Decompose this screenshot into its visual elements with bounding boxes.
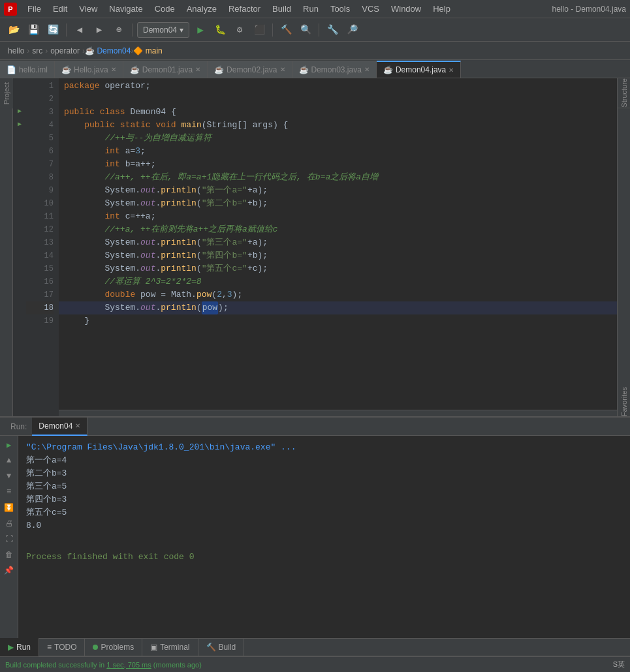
- bottom-tab-problems[interactable]: Problems: [85, 638, 142, 656]
- menu-vcs[interactable]: VCS: [356, 3, 385, 15]
- gutter-3[interactable]: ▶: [13, 104, 26, 117]
- toolbar-build-btn[interactable]: 🔨: [277, 22, 294, 38]
- menu-window[interactable]: Window: [386, 3, 426, 15]
- tab-demon02-close[interactable]: ✕: [280, 66, 285, 73]
- toolbar-save-btn[interactable]: 💾: [25, 22, 42, 38]
- run-play-btn[interactable]: ▶: [3, 438, 16, 451]
- menu-analyze[interactable]: Analyze: [181, 3, 222, 15]
- menu-file[interactable]: File: [22, 3, 46, 15]
- bottom-tab-terminal[interactable]: ▣ Terminal: [142, 638, 198, 656]
- bottom-tab-todo[interactable]: ≡ TODO: [39, 638, 85, 656]
- run-output-1: 第一个a=4: [26, 454, 622, 467]
- toolbar-sync-btn[interactable]: 🔄: [44, 22, 61, 38]
- code-line-12: //++a, ++在前则先将a++之后再将a赋值给c: [59, 223, 617, 236]
- gutter-13: [13, 235, 26, 248]
- toolbar-coverage-btn[interactable]: ⚙: [231, 22, 248, 38]
- line-num-19: 19: [26, 314, 54, 328]
- tab-demon02-java[interactable]: ☕ Demon02.java ✕: [208, 61, 292, 78]
- tab-hello-java[interactable]: ☕ Hello.java ✕: [55, 61, 123, 78]
- bottom-tab-terminal-label: Terminal: [160, 643, 189, 652]
- bottom-tab-build[interactable]: 🔨 Build: [198, 638, 245, 656]
- hello-java-icon: ☕: [61, 65, 71, 74]
- gutter-4[interactable]: ▶: [13, 117, 26, 130]
- code-editor[interactable]: package operator; public class Demon04 {…: [59, 78, 617, 416]
- structure-panel: [618, 108, 630, 387]
- code-line-15: System.out.println("第五个c="+c);: [59, 262, 617, 275]
- run-print-btn[interactable]: 🖨: [3, 517, 16, 530]
- demon04-icon: ☕: [383, 65, 393, 74]
- editor-section: Project ▶ ▶ 1 2 3: [0, 78, 630, 416]
- run-icon: ▶: [8, 643, 14, 652]
- run-trash-btn[interactable]: 🗑: [3, 548, 16, 561]
- tab-demon01-java[interactable]: ☕ Demon01.java ✕: [123, 61, 208, 78]
- run-content: ▶ ▲ ▼ ≡ ⏬ 🖨 ⛶ 🗑 📌 "C:\Program Files\Java…: [0, 436, 630, 638]
- tab-demon03-close[interactable]: ✕: [364, 66, 370, 73]
- tab-hello-java-close[interactable]: ✕: [111, 66, 116, 73]
- bottom-tab-problems-label: Problems: [101, 643, 134, 652]
- breadcrumb-hello[interactable]: hello: [5, 46, 27, 55]
- menu-navigate[interactable]: Navigate: [104, 3, 148, 15]
- breadcrumb: hello › src › operator › ☕ Demon04 › 🔶 m…: [0, 42, 630, 60]
- gutter-19: [13, 313, 26, 326]
- toolbar-search-btn[interactable]: 🔎: [343, 22, 360, 38]
- tab-demon01-close[interactable]: ✕: [195, 66, 200, 73]
- line-numbers: 1 2 3 4 5 6 7 8 9 10 11 12 13 14 15 16 1…: [26, 78, 59, 416]
- breadcrumb-demon04[interactable]: ☕ Demon04: [85, 46, 131, 55]
- run-down-btn[interactable]: ▼: [3, 470, 16, 483]
- favorites-label: Favorites: [618, 387, 630, 416]
- bottom-tab-run[interactable]: ▶ Run: [0, 638, 39, 656]
- menu-help[interactable]: Help: [428, 3, 456, 15]
- tab-demon03-java[interactable]: ☕ Demon03.java ✕: [292, 61, 377, 78]
- tab-demon02-label: Demon02.java: [227, 65, 277, 74]
- menu-run[interactable]: Run: [298, 3, 324, 15]
- tab-demon04-close[interactable]: ✕: [449, 67, 454, 74]
- gutter-17: [13, 287, 26, 300]
- menu-view[interactable]: View: [74, 3, 102, 15]
- gutter-9: [13, 183, 26, 196]
- run-pin-btn[interactable]: 📌: [3, 564, 16, 577]
- toolbar-forward-btn[interactable]: ▶: [91, 22, 108, 38]
- tab-hello-iml[interactable]: 📄 hello.iml: [0, 61, 55, 78]
- menu-edit[interactable]: Edit: [48, 3, 72, 15]
- gutter-1: [13, 78, 26, 91]
- gutter-11: [13, 209, 26, 222]
- breadcrumb-src[interactable]: src: [29, 46, 45, 55]
- toolbar-inspect-btn[interactable]: 🔍: [297, 22, 314, 38]
- toolbar-stop-btn[interactable]: ⬛: [251, 22, 268, 38]
- toolbar-back-btn[interactable]: ◀: [71, 22, 88, 38]
- toolbar-debug-btn[interactable]: 🐛: [212, 22, 228, 38]
- run-tab-close-icon[interactable]: ✕: [75, 422, 80, 429]
- menu-build[interactable]: Build: [267, 3, 296, 15]
- toolbar-run-btn[interactable]: ▶: [192, 22, 209, 38]
- run-up-btn[interactable]: ▲: [3, 454, 16, 467]
- window-title: hello - Demon04.java: [552, 5, 626, 14]
- toolbar-sep1: [66, 23, 67, 37]
- toolbar-recent-btn[interactable]: ⊕: [110, 22, 127, 38]
- run-output-4: 第四个b=3: [26, 493, 622, 506]
- toolbar-git-btn[interactable]: 🔧: [324, 22, 341, 38]
- code-line-11: int c=++a;: [59, 210, 617, 223]
- demon03-icon: ☕: [299, 65, 309, 74]
- run-expand-btn[interactable]: ⛶: [3, 532, 16, 545]
- menu-code[interactable]: Code: [150, 3, 180, 15]
- run-tab-demon04-label: Demon04: [39, 421, 72, 431]
- bottom-tab-build-label: Build: [219, 643, 236, 652]
- menu-refactor[interactable]: Refactor: [223, 3, 266, 15]
- tab-demon03-label: Demon03.java: [311, 65, 362, 74]
- run-output: "C:\Program Files\Java\jdk1.8.0_201\bin\…: [18, 436, 630, 638]
- run-filter-btn[interactable]: ≡: [3, 485, 16, 498]
- code-line-3: public class Demon04 {: [59, 106, 617, 119]
- toolbar-open-btn[interactable]: 📂: [5, 22, 22, 38]
- code-area[interactable]: package operator; public class Demon04 {…: [59, 78, 617, 410]
- run-scroll-btn[interactable]: ⏬: [3, 501, 16, 514]
- breadcrumb-operator[interactable]: operator: [48, 46, 82, 55]
- breadcrumb-main[interactable]: 🔶 main: [133, 46, 162, 55]
- toolbar-config-dropdown[interactable]: Demon04 ▾: [137, 22, 189, 38]
- horizontal-scrollbar[interactable]: [59, 410, 617, 416]
- tab-demon04-java[interactable]: ☕ Demon04.java ✕: [377, 61, 461, 78]
- line-num-2: 2: [26, 93, 54, 106]
- code-line-5: //++与--为自增自减运算符: [59, 132, 617, 145]
- run-tab-demon04[interactable]: Demon04 ✕: [32, 418, 87, 436]
- gutter-16: [13, 274, 26, 287]
- menu-tools[interactable]: Tools: [325, 3, 355, 15]
